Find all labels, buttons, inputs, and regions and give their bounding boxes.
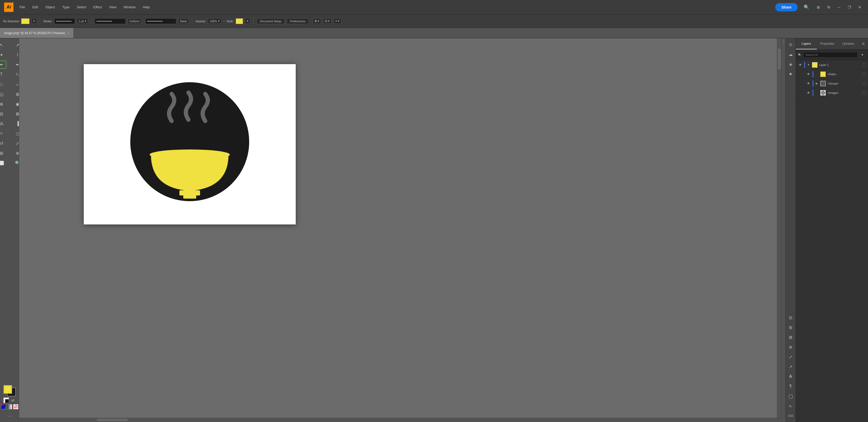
align-icon[interactable]: ⊠ (786, 333, 795, 341)
libraries-icon[interactable]: ♣ (786, 70, 795, 78)
layer-row-image[interactable]: 👁 <Image> (796, 88, 868, 97)
opacity-input[interactable]: 100% ▾ (208, 18, 221, 24)
lasso-tool[interactable]: ⌇ (10, 50, 20, 59)
transform-dropdown[interactable]: ≡ ▾ (334, 18, 341, 24)
stroke-basic-preview[interactable] (145, 18, 176, 24)
panel-collapse-handle[interactable]: ⋮ (781, 38, 785, 422)
rotate-tool[interactable]: ↺ (0, 139, 9, 148)
stroke-uniform-preview[interactable] (95, 18, 126, 24)
filter-button[interactable]: ▼ (859, 52, 866, 58)
target-circle-group[interactable] (862, 82, 866, 85)
scale-tool[interactable]: ⤢ (10, 139, 20, 148)
visibility-eye-path[interactable]: 👁 (806, 72, 811, 77)
add-anchor-tool[interactable]: ✒ (10, 60, 20, 69)
target-circle-path[interactable] (862, 72, 866, 76)
magic-wand-tool[interactable]: ✦ (0, 50, 9, 59)
style-swatch[interactable] (236, 18, 243, 24)
none-mode-btn[interactable]: ∅ (13, 404, 18, 409)
vertical-scrollbar[interactable] (777, 38, 781, 422)
canvas-icon[interactable]: ⊙ (786, 40, 795, 49)
tab-properties[interactable]: Properties (817, 38, 838, 50)
eraser-tool[interactable]: ◻ (10, 129, 20, 138)
close-icon[interactable]: ✕ (856, 4, 864, 11)
stroke-type-dropdown[interactable]: Uniform (128, 19, 142, 24)
color-themes-icon[interactable]: ◈ (786, 60, 795, 68)
menu-view[interactable]: View (106, 4, 119, 10)
arrange-dropdown[interactable]: ⊞ ▾ (313, 18, 321, 24)
rectangle-tool[interactable]: □ (0, 80, 9, 89)
character-icon[interactable]: A (786, 372, 795, 381)
foreground-color-swatch[interactable] (3, 385, 12, 394)
style-dropdown[interactable]: ▾ (245, 18, 250, 24)
stroke-style-dropdown[interactable]: Basic (178, 19, 189, 24)
opacity-arrow[interactable]: › (224, 20, 225, 23)
menu-edit[interactable]: Edit (29, 4, 41, 10)
more-tools[interactable]: ··· (7, 413, 12, 420)
target-circle-layer1[interactable] (862, 63, 866, 67)
perspective-selection-tool[interactable]: ⊠ (10, 109, 20, 118)
layer-row-path[interactable]: 👁 <Path> (796, 69, 868, 79)
default-colors[interactable] (3, 397, 9, 403)
visibility-eye-image[interactable]: 👁 (806, 91, 811, 95)
horizontal-scrollbar[interactable] (19, 418, 781, 422)
perspective-grid-tool[interactable]: ⊟ (0, 109, 9, 118)
css-icon[interactable]: CSS (786, 412, 795, 420)
shape-builder-tool[interactable]: ⊕ (0, 99, 9, 109)
direct-selection-tool[interactable]: ↗ (10, 40, 20, 50)
target-circle-image[interactable] (862, 91, 866, 95)
search-layers-input[interactable] (803, 52, 858, 58)
pathfinder-icon[interactable]: ⊕ (786, 343, 795, 351)
transform-icon[interactable]: ⊞ (786, 323, 795, 331)
document-setup-button[interactable]: Document Setup (257, 18, 285, 24)
search-icon[interactable]: 🔍 (802, 3, 811, 12)
touch-type-tool[interactable]: T₀ (10, 70, 20, 79)
gradient-tool[interactable]: ◱ (0, 89, 9, 99)
glyphs-icon[interactable]: Aₐ (786, 402, 795, 410)
slice-tool[interactable]: ⌗ (0, 129, 9, 138)
canvas-area[interactable] (19, 38, 781, 422)
eyedropper-tool[interactable]: ⌕ (10, 80, 20, 89)
selection-tool[interactable]: ↖ (0, 40, 9, 50)
menu-object[interactable]: Object (42, 4, 58, 10)
menu-help[interactable]: Help (140, 4, 153, 10)
minimize-icon[interactable]: ─ (835, 4, 843, 11)
layer-row-layer1[interactable]: 👁 ▼ Layer 1 (796, 60, 868, 69)
more-tools-icon[interactable]: ··· (7, 413, 12, 419)
menu-select[interactable]: Select (74, 4, 89, 10)
visibility-eye-layer1[interactable]: 👁 (798, 63, 803, 67)
tab-layers[interactable]: Layers (796, 38, 817, 50)
stroke-preview[interactable] (54, 18, 75, 24)
preferences-button[interactable]: Preferences (287, 18, 309, 24)
tab-libraries[interactable]: Libraries (838, 38, 859, 50)
restore-icon[interactable]: ❐ (845, 4, 854, 11)
color-mode-btn[interactable] (1, 404, 6, 409)
paragraph-icon[interactable]: ¶ (786, 382, 795, 390)
free-transform-tool[interactable]: ⊞ (0, 148, 9, 158)
artboard-tool[interactable]: ⬜ (0, 158, 9, 168)
visibility-eye-group[interactable]: 👁 (806, 81, 811, 86)
share-button[interactable]: Share (775, 3, 798, 11)
resize-icon[interactable]: ⤢ (786, 353, 795, 361)
type-tool[interactable]: T (0, 70, 9, 79)
artboards-icon[interactable]: ⊟ (786, 313, 795, 322)
align-dropdown[interactable]: ⊟ ▾ (323, 18, 331, 24)
gradient-mode-btn[interactable] (7, 404, 12, 409)
column-graph-tool[interactable]: ▐ (10, 119, 20, 128)
fill-swatch[interactable] (21, 18, 29, 24)
expand-layer1[interactable]: ▼ (807, 63, 810, 66)
zoom-tool[interactable]: 🔍 (10, 158, 20, 168)
expand-group[interactable]: ▶ (815, 82, 818, 85)
panel-menu-icon[interactable]: ≡ (859, 38, 868, 50)
export-icon[interactable]: ↗ (786, 363, 795, 371)
maximize-icon[interactable]: ⧉ (825, 4, 833, 11)
live-paint-tool[interactable]: ◉ (10, 99, 20, 109)
save-to-cloud-icon[interactable]: ☁ (786, 50, 795, 58)
swap-colors[interactable]: ⇄ (10, 397, 16, 403)
tab-close-button[interactable]: × (67, 31, 69, 35)
menu-effect[interactable]: Effect (90, 4, 105, 10)
menu-file[interactable]: File (17, 4, 28, 10)
symbol-sprayer-tool[interactable]: ⁂ (0, 119, 9, 128)
panels-icon[interactable]: ⊞ (814, 4, 823, 11)
menu-type[interactable]: Type (59, 4, 73, 10)
stroke-width-input[interactable]: 1 pt ▾ (77, 18, 88, 24)
